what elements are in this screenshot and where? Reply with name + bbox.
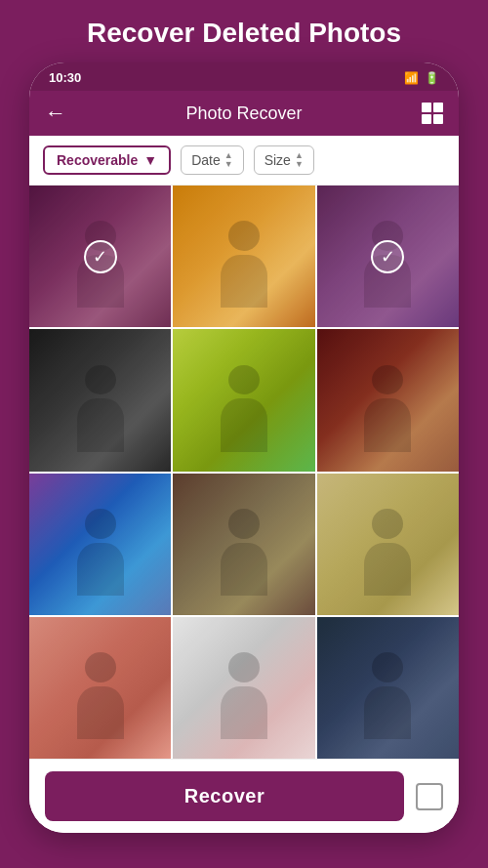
photo-cell-12[interactable] (317, 617, 459, 759)
select-all-checkbox[interactable] (416, 783, 443, 810)
status-time: 10:30 (49, 70, 81, 85)
recoverable-filter[interactable]: Recoverable ▼ (43, 145, 171, 175)
check-mark-1: ✓ (84, 240, 117, 273)
status-icons: 📶 🔋 (404, 71, 439, 85)
bottom-bar: Recover (29, 759, 459, 833)
phone-frame: 10:30 📶 🔋 ← Photo Recover Recoverable ▼ … (29, 62, 459, 833)
date-label: Date (191, 152, 221, 168)
photo-grid: ✓ ✓ (29, 186, 459, 759)
date-sort-arrows: ▲▼ (224, 151, 233, 169)
recover-button[interactable]: Recover (45, 771, 404, 821)
wifi-icon: 📶 (404, 71, 419, 85)
size-label: Size (264, 152, 291, 168)
status-bar: 10:30 📶 🔋 (29, 62, 459, 91)
photo-cell-5[interactable] (173, 329, 314, 471)
filter-bar: Recoverable ▼ Date ▲▼ Size ▲▼ (29, 136, 459, 186)
recoverable-label: Recoverable (57, 152, 138, 168)
photo-cell-10[interactable] (29, 617, 171, 759)
battery-icon: 🔋 (425, 71, 439, 85)
app-bar: ← Photo Recover (29, 91, 459, 136)
dropdown-icon: ▼ (143, 152, 157, 168)
size-sort[interactable]: Size ▲▼ (254, 145, 314, 175)
photo-cell-9[interactable] (317, 474, 459, 615)
photo-cell-3[interactable]: ✓ (317, 186, 459, 327)
grid-view-button[interactable] (422, 103, 443, 124)
app-bar-title: Photo Recover (185, 103, 302, 124)
page-title: Recover Deleted Photos (67, 0, 421, 62)
photo-cell-4[interactable] (29, 329, 171, 471)
date-sort[interactable]: Date ▲▼ (181, 145, 244, 175)
photo-cell-7[interactable] (29, 474, 171, 615)
photo-cell-1[interactable]: ✓ (29, 186, 171, 327)
back-button[interactable]: ← (45, 101, 66, 126)
photo-cell-2[interactable] (173, 186, 314, 327)
photo-cell-11[interactable] (173, 617, 314, 759)
photo-cell-8[interactable] (173, 474, 314, 615)
photo-cell-6[interactable] (317, 329, 459, 471)
size-sort-arrows: ▲▼ (295, 151, 304, 169)
check-mark-3: ✓ (371, 240, 404, 273)
